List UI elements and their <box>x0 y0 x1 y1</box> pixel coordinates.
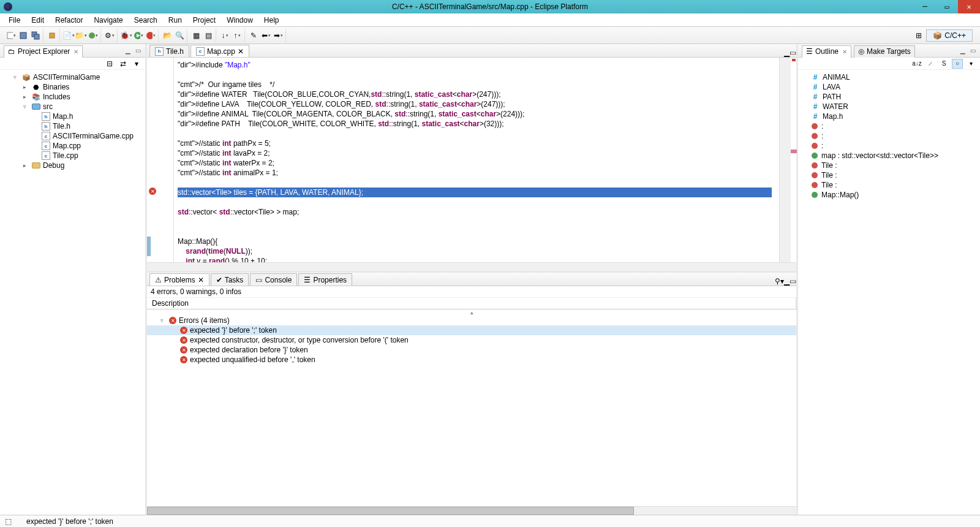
editor-gutter[interactable]: ✕ <box>147 58 174 262</box>
tab-problems[interactable]: ⚠ Problems ✕ <box>149 273 209 286</box>
minimize-view-icon[interactable]: ▁ <box>959 47 967 55</box>
minimize-button[interactable]: ─ <box>914 0 936 13</box>
minimize-view-icon[interactable]: ▁ <box>784 277 790 286</box>
expand-toggle-icon[interactable]: ▿ <box>23 104 29 110</box>
vertical-scrollbar[interactable] <box>779 58 790 262</box>
build-icon[interactable] <box>47 31 57 40</box>
run-icon[interactable] <box>134 31 143 40</box>
outline-item[interactable]: Tile : <box>798 170 980 180</box>
outline-item[interactable]: Tile : <box>798 180 980 190</box>
toggle-block-icon[interactable]: ▤ <box>203 31 213 40</box>
tree-file[interactable]: h Tile.h <box>0 121 145 131</box>
back-icon[interactable]: ⬅ <box>261 31 271 40</box>
code-line[interactable]: "dir">#define PATH Tile(COLOR_WHITE, COL… <box>178 119 775 129</box>
hide-non-public-icon[interactable]: ○ <box>952 59 963 69</box>
errors-group[interactable]: ▿ ✕ Errors (4 items) <box>147 316 796 325</box>
tree-file[interactable]: c ASCIITerminalGame.cpp <box>0 131 145 141</box>
debug-icon[interactable]: 🐞 <box>121 31 131 40</box>
new-icon[interactable] <box>6 31 16 40</box>
problem-row[interactable]: ✕ expected constructor, destructor, or t… <box>147 335 796 345</box>
code-line[interactable]: std::vector< std::vector<Tile> > map; <box>178 207 775 217</box>
open-type-icon[interactable]: 📂 <box>162 31 172 40</box>
code-line[interactable] <box>178 227 775 237</box>
outline-item[interactable]: #Map.h <box>798 112 980 121</box>
code-line[interactable] <box>178 70 775 80</box>
save-icon[interactable] <box>18 31 28 40</box>
expand-toggle-icon[interactable]: ▸ <box>23 84 29 90</box>
code-line[interactable]: srand(time(NULL)); <box>178 246 775 256</box>
code-line[interactable]: int v = rand() % 10 + 10; <box>178 256 775 262</box>
outline-item[interactable]: #LAVA <box>798 82 980 92</box>
maximize-button[interactable]: ▭ <box>936 0 958 13</box>
outline-item[interactable]: : <box>798 131 980 141</box>
tree-src[interactable]: ▿ src <box>0 102 145 112</box>
code-line[interactable] <box>178 129 775 138</box>
overview-ruler[interactable] <box>790 58 796 262</box>
code-line[interactable]: "cmt">//static int animalPx = 1; <box>178 168 775 178</box>
tree-file[interactable]: c Tile.cpp <box>0 151 145 161</box>
make-targets-tab[interactable]: ◎ Make Targets <box>854 45 915 58</box>
expand-toggle-icon[interactable]: ▿ <box>13 74 20 80</box>
code-line[interactable]: "cmt">//static int lavaPx = 2; <box>178 148 775 158</box>
maximize-view-icon[interactable]: ▭ <box>969 47 976 55</box>
menu-search[interactable]: Search <box>129 15 162 26</box>
new-class-icon[interactable] <box>88 31 98 40</box>
outline-item[interactable]: Map::Map() <box>798 190 980 200</box>
open-perspective-icon[interactable]: ⊞ <box>914 31 924 40</box>
code-line[interactable] <box>178 178 775 188</box>
menu-navigate[interactable]: Navigate <box>89 15 127 26</box>
minimize-view-icon[interactable]: ▁ <box>124 47 132 55</box>
horizontal-scrollbar[interactable] <box>147 262 796 271</box>
build-target-icon[interactable]: ⚙ <box>105 31 115 40</box>
maximize-view-icon[interactable]: ▭ <box>790 277 796 286</box>
editor-tab-map-cpp[interactable]: c Map.cpp ✕ <box>190 45 249 57</box>
tree-binaries[interactable]: ▸ ⬣ Binaries <box>0 82 145 92</box>
overview-error-icon[interactable] <box>792 59 796 61</box>
column-resize-handle[interactable]: ▴ <box>147 309 796 316</box>
outline-tab[interactable]: ☰ Outline ✕ <box>802 45 851 58</box>
outline-item[interactable]: map : std::vector<std::vector<Tile>> <box>798 151 980 161</box>
toggle-mark-icon[interactable]: ▦ <box>191 31 201 40</box>
maximize-view-icon[interactable]: ▭ <box>790 48 796 57</box>
new-project-icon[interactable]: 📄 <box>64 31 74 40</box>
external-tools-icon[interactable] <box>146 31 156 40</box>
tree-file[interactable]: c Map.cpp <box>0 141 145 151</box>
code-line[interactable]: "cmt">/* Our ingame tiles */ <box>178 80 775 89</box>
hide-fields-icon[interactable]: ⟋ <box>925 59 936 69</box>
problem-row[interactable]: ✕ expected unqualified-id before ',' tok… <box>147 355 796 365</box>
close-icon[interactable]: ✕ <box>842 48 847 55</box>
expand-toggle-icon[interactable]: ▸ <box>23 162 29 169</box>
expand-toggle-icon[interactable]: ▿ <box>160 317 167 324</box>
expand-toggle-icon[interactable]: ▸ <box>23 94 29 100</box>
code-line[interactable]: "dir">#include "Map.h" <box>178 60 775 70</box>
close-icon[interactable]: ✕ <box>74 48 78 55</box>
collapse-all-icon[interactable]: ⊟ <box>105 59 115 69</box>
close-icon[interactable]: ✕ <box>198 276 204 284</box>
code-line[interactable]: "dir">#define WATER Tile(COLOR_BLUE,COLO… <box>178 89 775 99</box>
menu-project[interactable]: Project <box>188 15 221 26</box>
menu-refactor[interactable]: Refactor <box>50 15 88 26</box>
hide-static-icon[interactable]: S <box>938 59 949 69</box>
menu-file[interactable]: File <box>4 15 25 26</box>
outline-item[interactable]: #ANIMAL <box>798 72 980 82</box>
maximize-view-icon[interactable]: ▭ <box>134 47 141 55</box>
menu-window[interactable]: Window <box>222 15 258 26</box>
tree-project[interactable]: ▿ 📦 ASCIITerminalGame <box>0 72 145 82</box>
close-button[interactable]: ✕ <box>958 0 980 13</box>
code-line[interactable]: "dir">#define LAVA Tile(COLOR_YELLOW, CO… <box>178 99 775 109</box>
problem-row[interactable]: ✕ expected declaration before '}' token <box>147 345 796 355</box>
search-icon[interactable]: 🔍 <box>175 31 184 40</box>
menu-run[interactable]: Run <box>164 15 187 26</box>
minimize-view-icon[interactable]: ▁ <box>784 48 790 57</box>
menu-edit[interactable]: Edit <box>26 15 49 26</box>
project-explorer-tab[interactable]: 🗀 Project Explorer ✕ <box>4 45 83 58</box>
outline-item[interactable]: : <box>798 121 980 131</box>
col-description[interactable]: Description <box>147 298 796 309</box>
save-all-icon[interactable] <box>31 31 40 40</box>
outline-item[interactable]: #WATER <box>798 102 980 112</box>
code-line[interactable]: "cmt">//static int pathPx = 5; <box>178 138 775 148</box>
close-icon[interactable]: ✕ <box>238 47 244 56</box>
horizontal-scrollbar[interactable] <box>147 506 796 515</box>
perspective-button[interactable]: 📦 C/C++ <box>926 29 973 42</box>
outline-item[interactable]: Tile : <box>798 161 980 170</box>
